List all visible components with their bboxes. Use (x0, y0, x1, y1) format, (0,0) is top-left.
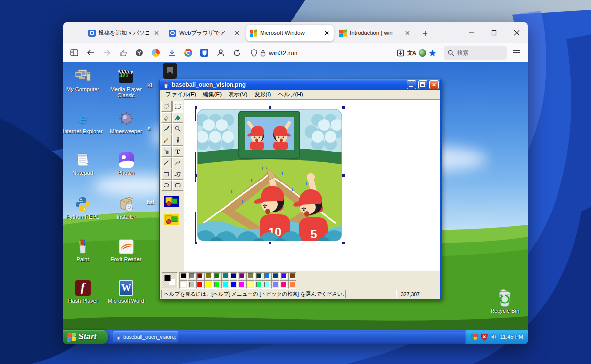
desktop-icon-notepad[interactable]: Notepad (63, 152, 103, 176)
color-swatch[interactable] (288, 272, 296, 280)
selection-handle[interactable] (342, 242, 345, 244)
desktop-icon-internet-explorer[interactable]: e Internet Explorer (63, 110, 103, 135)
tool-pick-color[interactable] (161, 123, 172, 134)
tool-rectangle[interactable] (161, 169, 172, 180)
desktop-icon-recycle-bin[interactable]: Recycle Bin (484, 290, 525, 314)
desktop-icon-media-player-classic[interactable]: 321 Media Player Classic (105, 68, 147, 98)
color-swatch[interactable] (204, 280, 213, 289)
tool-free-select[interactable] (161, 101, 172, 112)
search-input[interactable] (457, 49, 496, 56)
tool-fill[interactable] (172, 112, 183, 123)
minimize-button[interactable] (460, 22, 483, 43)
tool-pencil[interactable] (161, 135, 172, 146)
tab-close-icon[interactable] (323, 29, 330, 37)
color-swatch[interactable] (188, 280, 196, 289)
menu-view[interactable]: 表示(V) (225, 91, 251, 98)
color-swatch[interactable] (238, 280, 246, 289)
forward-icon[interactable] (100, 46, 113, 59)
reload-icon[interactable] (230, 46, 243, 59)
close-button[interactable] (505, 22, 528, 43)
tool-polygon[interactable] (172, 169, 183, 180)
desktop-icon-flash-player[interactable]: f Flash Player (63, 279, 103, 304)
extension-download-icon[interactable] (165, 46, 178, 59)
maximize-button[interactable] (483, 22, 505, 43)
color-swatch[interactable] (255, 272, 263, 280)
color-swatch[interactable] (213, 272, 221, 280)
sidebar-toggle-icon[interactable] (68, 46, 81, 59)
tool-select[interactable] (172, 101, 183, 112)
tool-eraser[interactable] (161, 112, 172, 123)
paint-close-button[interactable]: × (429, 80, 439, 89)
tab-blog-2[interactable]: Webブラウザでア (165, 25, 244, 41)
translate-icon[interactable]: 文A (407, 49, 416, 57)
tab-microsoft-windows[interactable]: Microsoft Window (246, 25, 334, 41)
color-swatch[interactable] (263, 280, 271, 289)
color-swatch[interactable] (221, 272, 230, 280)
color-swatch[interactable] (238, 272, 246, 280)
tab-close-icon[interactable] (403, 29, 411, 37)
tab-blog-1[interactable]: 投稿を追加 < パソニ (85, 25, 164, 41)
color-swatch[interactable] (221, 280, 230, 289)
tray-volume-icon[interactable] (491, 334, 497, 340)
tool-brush[interactable] (172, 135, 183, 146)
bookmark-star-icon[interactable] (429, 49, 436, 57)
tray-orb-icon[interactable] (471, 334, 478, 340)
lock-icon[interactable] (260, 49, 266, 57)
selection-handle[interactable] (269, 106, 271, 109)
extension-bitwarden-icon[interactable] (198, 46, 211, 59)
tool-magnifier[interactable] (172, 123, 183, 134)
new-tab-button[interactable] (418, 26, 432, 41)
desktop-icon-my-computer[interactable]: My Computer (63, 68, 103, 92)
desktop-icon-python-repl[interactable]: Python REPL (63, 196, 103, 220)
color-swatch[interactable] (179, 280, 188, 289)
color-swatch[interactable] (230, 272, 238, 280)
color-indicator[interactable] (162, 272, 178, 288)
desktop-icon-installer[interactable]: Installer (105, 196, 147, 220)
account-icon[interactable] (214, 46, 227, 59)
color-swatch[interactable] (280, 280, 288, 289)
color-swatch[interactable] (213, 280, 221, 289)
color-swatch[interactable] (271, 280, 280, 289)
globe-icon[interactable] (419, 49, 426, 57)
color-swatch[interactable] (280, 272, 288, 280)
save-page-icon[interactable] (397, 49, 404, 57)
paint-minimize-button[interactable] (407, 80, 416, 89)
tool-rounded-rect[interactable] (172, 180, 183, 191)
paint-title-bar[interactable]: baseball_ouen_vision.png × (160, 79, 440, 90)
tool-ellipse[interactable] (161, 180, 172, 191)
tab-close-icon[interactable] (233, 29, 241, 37)
tracking-shield-icon[interactable] (251, 49, 257, 57)
search-box[interactable] (444, 46, 507, 60)
select-option-transparent[interactable] (163, 212, 181, 227)
desktop-icon-microsoft-word[interactable]: W Microsoft Word (105, 279, 147, 304)
color-swatch[interactable] (188, 272, 196, 280)
back-icon[interactable] (84, 46, 97, 59)
color-swatch[interactable] (246, 280, 255, 289)
extension-dark-circle-icon[interactable] (133, 46, 146, 59)
color-swatch[interactable] (255, 280, 263, 289)
desktop-icon-photon[interactable]: Photon (105, 152, 147, 176)
selection-handle[interactable] (269, 242, 271, 244)
tool-airbrush[interactable] (161, 146, 172, 157)
desktop-icon-minesweeper[interactable]: Minesweeper (105, 110, 147, 135)
color-swatch[interactable] (196, 280, 204, 289)
menu-file[interactable]: ファイル(F) (162, 91, 199, 98)
menu-help[interactable]: ヘルプ(H) (274, 91, 306, 98)
menu-edit[interactable]: 編集(E) (199, 91, 225, 98)
desktop-icon-paint[interactable]: Paint (63, 238, 103, 263)
paint-maximize-button[interactable] (418, 80, 427, 89)
taskbar-item-paint[interactable]: baseball_ouen_vision.pn (113, 331, 178, 343)
extension-chrome-icon[interactable] (182, 46, 195, 59)
selection-handle[interactable] (195, 242, 197, 244)
paint-canvas[interactable]: 10 (184, 99, 440, 271)
color-swatch[interactable] (288, 280, 296, 289)
selection-handle[interactable] (195, 106, 197, 109)
menu-image[interactable]: 変形(I) (251, 91, 274, 98)
menu-hamburger-icon[interactable] (510, 46, 523, 59)
color-swatch[interactable] (246, 272, 255, 280)
color-swatch[interactable] (263, 272, 271, 280)
color-swatch[interactable] (204, 272, 213, 280)
select-option-opaque[interactable] (163, 194, 181, 209)
url-bar[interactable]: win32.run 文A (247, 45, 440, 60)
color-swatch[interactable] (179, 272, 188, 280)
